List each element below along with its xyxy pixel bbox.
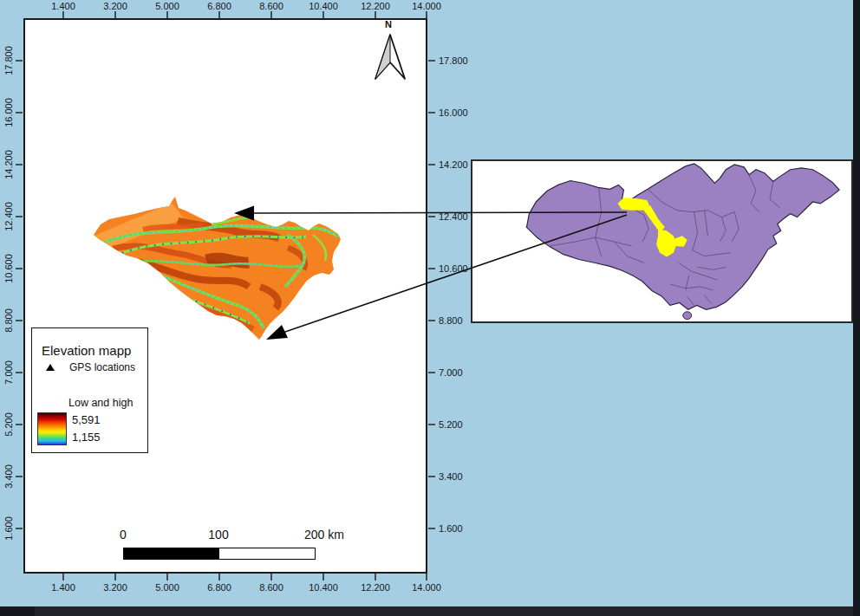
window-bottom-bar (0, 606, 860, 616)
x-tick-label: 6.800 (207, 1, 231, 12)
y-tick-label: 5.200 (439, 419, 463, 431)
x-tick-label: 5.000 (155, 1, 179, 12)
main-map-frame (23, 18, 427, 574)
window-bottom-bar-segment (0, 606, 35, 616)
legend-low-value: 1,155 (72, 431, 101, 444)
y-tick-label: 17.800 (3, 46, 15, 75)
scalebar-label-0: 0 (120, 528, 127, 541)
legend-title: Elevation mapp (42, 343, 147, 358)
map-legend: Elevation mapp GPS locations Low and hig… (31, 327, 148, 453)
elevation-color-ramp (37, 412, 67, 445)
inset-overview-map (471, 159, 853, 323)
x-tick-label: 10.400 (309, 582, 338, 593)
scalebar: 0 100 200 km (104, 525, 364, 564)
legend-high-value: 5,591 (72, 413, 101, 426)
scalebar-label-200: 200 km (304, 528, 344, 541)
x-tick-label: 3.200 (103, 1, 127, 12)
x-tick-label: 3.200 (103, 582, 127, 593)
x-tick-label: 6.800 (207, 582, 231, 593)
china-map (472, 161, 851, 321)
scalebar-bar (123, 548, 316, 560)
y-tick-label: 12.400 (3, 202, 15, 231)
y-tick-label: 8.800 (3, 308, 15, 333)
y-tick-label: 14.200 (439, 159, 468, 171)
legend-gps-label: GPS locations (69, 361, 135, 373)
y-tick-label: 16.000 (439, 107, 468, 119)
gps-triangle-icon (46, 364, 55, 371)
x-tick-label: 8.600 (259, 582, 283, 593)
y-tick-label: 12.400 (439, 211, 468, 223)
x-tick-label: 5.000 (155, 582, 179, 593)
x-tick-label: 14.000 (412, 1, 441, 12)
x-tick-label: 1.400 (51, 1, 75, 12)
hainan-island (683, 312, 692, 320)
y-tick-label: 3.400 (3, 464, 15, 489)
x-tick-label: 12.200 (361, 1, 390, 12)
y-tick-label: 17.800 (439, 55, 468, 67)
y-tick-label: 7.000 (3, 360, 15, 385)
legend-gps-row: GPS locations (46, 361, 147, 373)
x-tick-label: 10.400 (309, 1, 338, 12)
north-label: N (385, 19, 392, 29)
map-figure: Elevation mapp GPS locations Low and hig… (0, 0, 860, 616)
y-tick-label: 16.000 (3, 98, 15, 127)
y-tick-label: 1.600 (439, 523, 463, 535)
x-tick-label: 1.400 (51, 582, 75, 593)
y-tick-label: 8.800 (439, 315, 463, 327)
window-right-bar (853, 0, 860, 616)
y-tick-label: 5.200 (3, 412, 15, 437)
y-tick-label: 3.400 (439, 471, 463, 483)
legend-ramp-label: Low and high (68, 397, 147, 409)
x-tick-label: 8.600 (259, 1, 283, 12)
scalebar-black-segment (124, 548, 219, 559)
y-tick-label: 1.600 (3, 516, 15, 541)
y-tick-label: 10.600 (3, 254, 15, 283)
legend-ramp-row: 5,591 1,155 (37, 412, 147, 445)
y-tick-label: 14.200 (3, 150, 15, 179)
y-tick-label: 7.000 (439, 367, 463, 379)
x-tick-label: 14.000 (412, 582, 441, 593)
y-tick-label: 10.600 (439, 263, 468, 275)
x-tick-label: 12.200 (361, 582, 390, 593)
scalebar-label-100: 100 (208, 528, 228, 541)
